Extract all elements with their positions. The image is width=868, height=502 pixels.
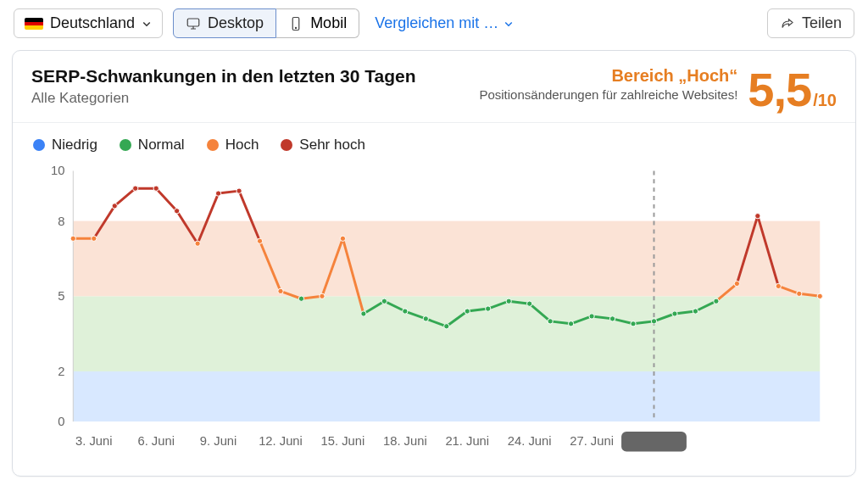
flag-germany-icon	[25, 18, 43, 30]
score-value: 5,5 /10	[748, 66, 837, 114]
svg-point-77	[423, 316, 428, 321]
svg-text:6. Juni: 6. Juni	[137, 434, 175, 448]
svg-point-82	[527, 301, 532, 306]
svg-point-79	[465, 309, 470, 314]
svg-text:24. Juni: 24. Juni	[508, 434, 552, 448]
svg-point-62	[112, 204, 117, 209]
svg-point-87	[631, 321, 636, 326]
svg-point-66	[195, 241, 200, 246]
legend-high: Hoch	[207, 137, 259, 153]
svg-text:21. Juni: 21. Juni	[445, 434, 489, 448]
serp-card: SERP-Schwankungen in den letzten 30 Tage…	[12, 50, 856, 477]
chart-area: 0258103. Juni6. Juni9. Juni12. Juni15. J…	[13, 157, 855, 466]
svg-point-83	[548, 319, 553, 324]
svg-point-68	[236, 188, 242, 193]
svg-rect-0	[187, 19, 199, 26]
dot-normal-icon	[120, 139, 131, 151]
svg-point-86	[609, 316, 615, 321]
svg-text:15. Juni: 15. Juni	[321, 434, 365, 448]
svg-line-28	[156, 188, 176, 211]
svg-point-70	[278, 288, 283, 293]
svg-text:0: 0	[58, 415, 64, 428]
svg-point-63	[133, 186, 138, 191]
svg-point-90	[693, 309, 698, 314]
card-subtitle: Alle Kategorien	[31, 90, 416, 107]
svg-point-75	[381, 298, 387, 304]
svg-point-80	[486, 306, 491, 311]
svg-text:9. Juni: 9. Juni	[200, 434, 237, 448]
svg-point-60	[70, 236, 75, 241]
svg-line-26	[114, 188, 135, 206]
svg-text:5: 5	[58, 289, 64, 303]
device-mobile-label: Mobil	[310, 14, 347, 32]
svg-point-72	[320, 293, 325, 298]
svg-text:2: 2	[58, 365, 64, 378]
country-label: Deutschland	[50, 14, 135, 32]
score-number: 5,5	[748, 66, 811, 114]
svg-point-64	[153, 186, 159, 191]
score-max: /10	[813, 92, 837, 109]
svg-text:12. Juni: 12. Juni	[259, 434, 303, 448]
svg-point-71	[298, 296, 303, 301]
svg-point-91	[714, 298, 719, 304]
svg-point-76	[403, 309, 408, 314]
svg-point-96	[817, 293, 822, 298]
legend-normal: Normal	[120, 137, 185, 153]
svg-point-94	[776, 283, 781, 288]
device-desktop-label: Desktop	[208, 14, 264, 32]
svg-point-65	[175, 209, 180, 214]
range-desc: Positionsänderungen für zahlreiche Websi…	[479, 87, 737, 102]
device-desktop-button[interactable]: Desktop	[173, 8, 276, 38]
dot-low-icon	[33, 139, 45, 151]
svg-text:27. Juni: 27. Juni	[570, 434, 614, 448]
share-button[interactable]: Teilen	[767, 8, 854, 38]
svg-point-88	[651, 319, 656, 324]
svg-point-78	[444, 324, 449, 329]
svg-text:8: 8	[58, 215, 64, 228]
device-segment: Desktop Mobil	[173, 8, 359, 38]
compare-dropdown[interactable]: Vergleichen mit …	[375, 14, 514, 32]
range-label: Bereich „Hoch“	[479, 66, 737, 86]
share-label: Teilen	[802, 14, 842, 32]
monitor-icon	[186, 16, 201, 31]
chart-legend: Niedrig Normal Hoch Sehr hoch	[13, 123, 855, 157]
compare-label: Vergleichen mit …	[375, 14, 498, 32]
svg-line-31	[219, 191, 239, 193]
card-status: Bereich „Hoch“ Positionsänderungen für z…	[479, 66, 737, 102]
svg-rect-3	[73, 371, 820, 421]
svg-point-84	[568, 321, 573, 326]
svg-text:10: 10	[51, 164, 64, 177]
svg-point-61	[92, 236, 97, 241]
svg-point-73	[340, 236, 345, 241]
dot-high-icon	[207, 139, 219, 151]
svg-point-89	[672, 311, 677, 316]
chevron-down-icon	[504, 19, 514, 29]
share-arrow-icon	[780, 16, 795, 31]
svg-text:3. Juni: 3. Juni	[75, 434, 113, 448]
svg-point-74	[361, 311, 366, 316]
chevron-down-icon	[142, 19, 152, 29]
card-header: SERP-Schwankungen in den letzten 30 Tage…	[13, 51, 855, 123]
legend-low: Niedrig	[33, 137, 97, 153]
svg-rect-5	[73, 221, 820, 297]
svg-point-85	[589, 314, 594, 319]
top-toolbar: Deutschland Desktop Mobil Vergleichen mi…	[0, 0, 868, 47]
svg-point-2	[296, 27, 297, 28]
svg-point-95	[797, 291, 802, 296]
svg-point-93	[755, 214, 760, 219]
card-title: SERP-Schwankungen in den letzten 30 Tage…	[31, 66, 416, 86]
smartphone-icon	[288, 16, 303, 31]
svg-point-69	[257, 238, 262, 243]
legend-very-high: Sehr hoch	[281, 137, 365, 153]
svg-text:18. Juni: 18. Juni	[383, 434, 427, 448]
svg-point-81	[506, 298, 511, 304]
country-dropdown[interactable]: Deutschland	[14, 8, 163, 38]
svg-rect-4	[73, 296, 820, 371]
volatility-chart: 0258103. Juni6. Juni9. Juni12. Juni15. J…	[33, 160, 835, 466]
svg-point-92	[734, 281, 739, 286]
dot-very-high-icon	[281, 139, 292, 151]
device-mobile-button[interactable]: Mobil	[276, 8, 359, 38]
svg-point-67	[215, 191, 220, 196]
svg-rect-23	[621, 432, 687, 452]
